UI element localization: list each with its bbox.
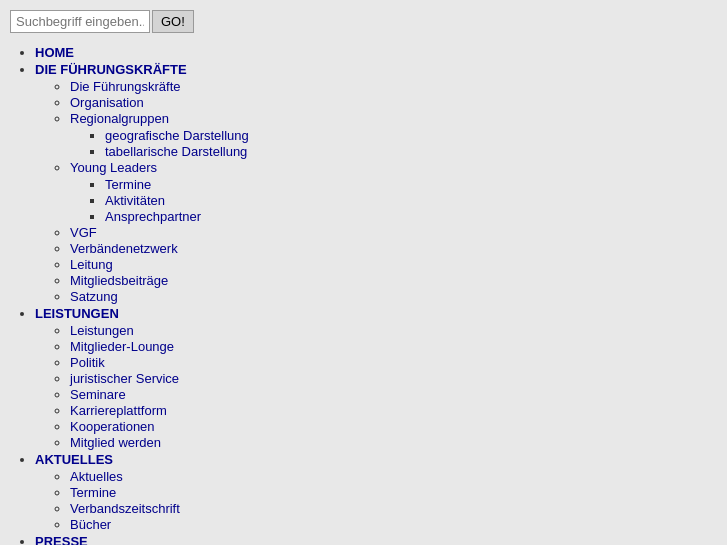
- search-input[interactable]: [10, 10, 150, 33]
- list-item: Termine: [105, 177, 717, 192]
- nav-link[interactable]: Verbandszeitschrift: [70, 501, 180, 516]
- list-item: Kooperationen: [70, 419, 717, 434]
- list-item: Mitgliedsbeiträge: [70, 273, 717, 288]
- nav-link[interactable]: Die Führungskräfte: [70, 79, 181, 94]
- list-item: LEISTUNGENLeistungenMitglieder-LoungePol…: [35, 306, 717, 450]
- nav-link[interactable]: Verbändenetzwerk: [70, 241, 178, 256]
- list-item: Organisation: [70, 95, 717, 110]
- nav-link[interactable]: Ansprechpartner: [105, 209, 201, 224]
- nav-top-link[interactable]: PRESSE: [35, 534, 88, 545]
- nav-link[interactable]: Young Leaders: [70, 160, 157, 175]
- list-item: Die Führungskräfte: [70, 79, 717, 94]
- nav-link[interactable]: Satzung: [70, 289, 118, 304]
- list-item: Aktivitäten: [105, 193, 717, 208]
- search-bar: GO!: [10, 10, 717, 33]
- nav-link[interactable]: Aktivitäten: [105, 193, 165, 208]
- list-item: Ansprechpartner: [105, 209, 717, 224]
- list-item: Verbandszeitschrift: [70, 501, 717, 516]
- nav-link[interactable]: Politik: [70, 355, 105, 370]
- list-item: Politik: [70, 355, 717, 370]
- nav-link[interactable]: Mitgliedsbeiträge: [70, 273, 168, 288]
- nav-top-link[interactable]: AKTUELLES: [35, 452, 113, 467]
- nav-top-link[interactable]: LEISTUNGEN: [35, 306, 119, 321]
- nav-link[interactable]: Aktuelles: [70, 469, 123, 484]
- list-item: HOME: [35, 45, 717, 60]
- list-item: Karriereplattform: [70, 403, 717, 418]
- nav-link[interactable]: Karriereplattform: [70, 403, 167, 418]
- list-item: Regionalgruppengeografische Darstellungt…: [70, 111, 717, 159]
- list-item: PRESSEPressemitteilungenPressespiegelPre…: [35, 534, 717, 545]
- nav-link[interactable]: VGF: [70, 225, 97, 240]
- nav-top-link[interactable]: HOME: [35, 45, 74, 60]
- nav-link[interactable]: geografische Darstellung: [105, 128, 249, 143]
- list-item: juristischer Service: [70, 371, 717, 386]
- list-item: Satzung: [70, 289, 717, 304]
- list-item: Young LeadersTermineAktivitätenAnsprechp…: [70, 160, 717, 224]
- list-item: Termine: [70, 485, 717, 500]
- nav-link[interactable]: Seminare: [70, 387, 126, 402]
- nav-link[interactable]: juristischer Service: [70, 371, 179, 386]
- nav-link[interactable]: Regionalgruppen: [70, 111, 169, 126]
- nav-link[interactable]: tabellarische Darstellung: [105, 144, 247, 159]
- nav-link[interactable]: Termine: [105, 177, 151, 192]
- list-item: Mitglieder-Lounge: [70, 339, 717, 354]
- list-item: geografische Darstellung: [105, 128, 717, 143]
- list-item: AKTUELLESAktuellesTermineVerbandszeitsch…: [35, 452, 717, 532]
- nav-link[interactable]: Mitglieder-Lounge: [70, 339, 174, 354]
- search-button[interactable]: GO!: [152, 10, 194, 33]
- list-item: Aktuelles: [70, 469, 717, 484]
- list-item: DIE FÜHRUNGSKRÄFTEDie FührungskräfteOrga…: [35, 62, 717, 304]
- nav-link[interactable]: Leitung: [70, 257, 113, 272]
- list-item: Mitglied werden: [70, 435, 717, 450]
- list-item: tabellarische Darstellung: [105, 144, 717, 159]
- nav-top-link[interactable]: DIE FÜHRUNGSKRÄFTE: [35, 62, 187, 77]
- list-item: VGF: [70, 225, 717, 240]
- main-nav: HOMEDIE FÜHRUNGSKRÄFTEDie Führungskräfte…: [10, 45, 717, 545]
- nav-link[interactable]: Kooperationen: [70, 419, 155, 434]
- nav-link[interactable]: Organisation: [70, 95, 144, 110]
- list-item: Seminare: [70, 387, 717, 402]
- nav-link[interactable]: Leistungen: [70, 323, 134, 338]
- nav-link[interactable]: Bücher: [70, 517, 111, 532]
- list-item: Leitung: [70, 257, 717, 272]
- nav-link[interactable]: Termine: [70, 485, 116, 500]
- nav-link[interactable]: Mitglied werden: [70, 435, 161, 450]
- list-item: Bücher: [70, 517, 717, 532]
- list-item: Leistungen: [70, 323, 717, 338]
- list-item: Verbändenetzwerk: [70, 241, 717, 256]
